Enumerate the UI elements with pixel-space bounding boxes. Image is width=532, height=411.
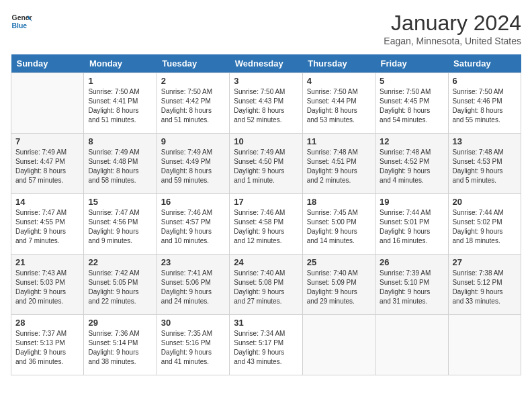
- day-cell: 9Sunrise: 7:49 AM Sunset: 4:49 PM Daylig…: [157, 134, 229, 194]
- day-cell: 27Sunrise: 7:38 AM Sunset: 5:12 PM Dayli…: [448, 255, 521, 315]
- day-number: 2: [161, 76, 225, 86]
- weekday-header-monday: Monday: [84, 54, 157, 73]
- day-info: Sunrise: 7:50 AM Sunset: 4:46 PM Dayligh…: [453, 87, 517, 125]
- day-cell: 10Sunrise: 7:49 AM Sunset: 4:50 PM Dayli…: [230, 134, 302, 194]
- day-cell: 14Sunrise: 7:47 AM Sunset: 4:55 PM Dayli…: [11, 194, 84, 255]
- day-cell: 28Sunrise: 7:37 AM Sunset: 5:13 PM Dayli…: [11, 315, 84, 375]
- day-cell: 3Sunrise: 7:50 AM Sunset: 4:43 PM Daylig…: [230, 73, 302, 134]
- day-cell: 15Sunrise: 7:47 AM Sunset: 4:56 PM Dayli…: [84, 194, 157, 255]
- day-info: Sunrise: 7:42 AM Sunset: 5:05 PM Dayligh…: [88, 269, 152, 306]
- day-cell: 4Sunrise: 7:50 AM Sunset: 4:44 PM Daylig…: [302, 73, 375, 134]
- day-cell: 30Sunrise: 7:35 AM Sunset: 5:16 PM Dayli…: [157, 315, 229, 375]
- day-info: Sunrise: 7:45 AM Sunset: 5:00 PM Dayligh…: [307, 208, 371, 246]
- day-info: Sunrise: 7:50 AM Sunset: 4:42 PM Dayligh…: [161, 87, 225, 125]
- day-cell: 25Sunrise: 7:40 AM Sunset: 5:09 PM Dayli…: [302, 255, 375, 315]
- day-cell: 2Sunrise: 7:50 AM Sunset: 4:42 PM Daylig…: [157, 73, 229, 134]
- day-info: Sunrise: 7:44 AM Sunset: 5:02 PM Dayligh…: [453, 208, 517, 246]
- day-info: Sunrise: 7:50 AM Sunset: 4:44 PM Dayligh…: [307, 87, 371, 125]
- day-number: 1: [88, 76, 152, 86]
- day-info: Sunrise: 7:46 AM Sunset: 4:57 PM Dayligh…: [161, 208, 225, 246]
- week-row-3: 14Sunrise: 7:47 AM Sunset: 4:55 PM Dayli…: [11, 194, 521, 255]
- day-number: 18: [307, 197, 371, 207]
- day-number: 6: [453, 76, 517, 86]
- day-info: Sunrise: 7:39 AM Sunset: 5:10 PM Dayligh…: [380, 269, 443, 306]
- weekday-header-row: SundayMondayTuesdayWednesdayThursdayFrid…: [11, 54, 521, 73]
- day-number: 26: [380, 257, 443, 267]
- day-cell: 24Sunrise: 7:40 AM Sunset: 5:08 PM Dayli…: [230, 255, 302, 315]
- header: General Blue January 2024 Eagan, Minneso…: [11, 11, 521, 46]
- day-info: Sunrise: 7:47 AM Sunset: 4:55 PM Dayligh…: [15, 208, 79, 246]
- day-info: Sunrise: 7:49 AM Sunset: 4:48 PM Dayligh…: [88, 148, 152, 185]
- day-number: 23: [161, 257, 225, 267]
- day-number: 14: [15, 197, 79, 207]
- day-info: Sunrise: 7:49 AM Sunset: 4:47 PM Dayligh…: [15, 148, 79, 185]
- day-info: Sunrise: 7:34 AM Sunset: 5:17 PM Dayligh…: [234, 329, 298, 367]
- day-number: 11: [307, 136, 371, 146]
- day-cell: 5Sunrise: 7:50 AM Sunset: 4:45 PM Daylig…: [375, 73, 448, 134]
- day-info: Sunrise: 7:48 AM Sunset: 4:51 PM Dayligh…: [307, 148, 371, 185]
- day-info: Sunrise: 7:35 AM Sunset: 5:16 PM Dayligh…: [161, 329, 225, 367]
- day-cell: 16Sunrise: 7:46 AM Sunset: 4:57 PM Dayli…: [157, 194, 229, 255]
- day-cell: 17Sunrise: 7:46 AM Sunset: 4:58 PM Dayli…: [230, 194, 302, 255]
- day-info: Sunrise: 7:37 AM Sunset: 5:13 PM Dayligh…: [15, 329, 79, 367]
- day-number: 9: [161, 136, 225, 146]
- day-info: Sunrise: 7:43 AM Sunset: 5:03 PM Dayligh…: [15, 269, 79, 306]
- day-cell: 12Sunrise: 7:48 AM Sunset: 4:52 PM Dayli…: [375, 134, 448, 194]
- day-number: 3: [234, 76, 298, 86]
- week-row-2: 7Sunrise: 7:49 AM Sunset: 4:47 PM Daylig…: [11, 134, 521, 194]
- day-cell: 21Sunrise: 7:43 AM Sunset: 5:03 PM Dayli…: [11, 255, 84, 315]
- day-number: 29: [88, 318, 152, 328]
- day-info: Sunrise: 7:41 AM Sunset: 5:06 PM Dayligh…: [161, 269, 225, 306]
- day-info: Sunrise: 7:50 AM Sunset: 4:45 PM Dayligh…: [380, 87, 443, 125]
- day-info: Sunrise: 7:40 AM Sunset: 5:09 PM Dayligh…: [307, 269, 371, 306]
- week-row-5: 28Sunrise: 7:37 AM Sunset: 5:13 PM Dayli…: [11, 315, 521, 375]
- day-cell: 7Sunrise: 7:49 AM Sunset: 4:47 PM Daylig…: [11, 134, 84, 194]
- day-info: Sunrise: 7:46 AM Sunset: 4:58 PM Dayligh…: [234, 208, 298, 246]
- day-info: Sunrise: 7:48 AM Sunset: 4:52 PM Dayligh…: [380, 148, 443, 185]
- day-number: 27: [453, 257, 517, 267]
- day-info: Sunrise: 7:47 AM Sunset: 4:56 PM Dayligh…: [88, 208, 152, 246]
- month-title: January 2024: [384, 11, 521, 36]
- day-number: 22: [88, 257, 152, 267]
- day-number: 28: [15, 318, 79, 328]
- day-cell: [11, 73, 84, 134]
- weekday-header-thursday: Thursday: [302, 54, 375, 73]
- day-number: 25: [307, 257, 371, 267]
- svg-text:Blue: Blue: [12, 22, 28, 30]
- day-cell: 22Sunrise: 7:42 AM Sunset: 5:05 PM Dayli…: [84, 255, 157, 315]
- day-info: Sunrise: 7:36 AM Sunset: 5:14 PM Dayligh…: [88, 329, 152, 367]
- day-cell: 11Sunrise: 7:48 AM Sunset: 4:51 PM Dayli…: [302, 134, 375, 194]
- logo-icon: General Blue: [11, 11, 32, 32]
- day-number: 7: [15, 136, 79, 146]
- day-number: 15: [88, 197, 152, 207]
- day-number: 17: [234, 197, 298, 207]
- day-number: 10: [234, 136, 298, 146]
- day-number: 12: [380, 136, 443, 146]
- day-info: Sunrise: 7:50 AM Sunset: 4:41 PM Dayligh…: [88, 87, 152, 125]
- day-cell: 6Sunrise: 7:50 AM Sunset: 4:46 PM Daylig…: [448, 73, 521, 134]
- day-number: 31: [234, 318, 298, 328]
- day-number: 24: [234, 257, 298, 267]
- location-title: Eagan, Minnesota, United States: [384, 36, 521, 46]
- title-area: January 2024 Eagan, Minnesota, United St…: [384, 11, 521, 46]
- day-info: Sunrise: 7:44 AM Sunset: 5:01 PM Dayligh…: [380, 208, 443, 246]
- weekday-header-sunday: Sunday: [11, 54, 84, 73]
- day-number: 4: [307, 76, 371, 86]
- day-cell: 23Sunrise: 7:41 AM Sunset: 5:06 PM Dayli…: [157, 255, 229, 315]
- day-cell: 20Sunrise: 7:44 AM Sunset: 5:02 PM Dayli…: [448, 194, 521, 255]
- day-number: 13: [453, 136, 517, 146]
- day-cell: [302, 315, 375, 375]
- day-cell: 19Sunrise: 7:44 AM Sunset: 5:01 PM Dayli…: [375, 194, 448, 255]
- weekday-header-wednesday: Wednesday: [230, 54, 302, 73]
- weekday-header-friday: Friday: [375, 54, 448, 73]
- logo: General Blue: [11, 11, 32, 32]
- weekday-header-saturday: Saturday: [448, 54, 521, 73]
- week-row-4: 21Sunrise: 7:43 AM Sunset: 5:03 PM Dayli…: [11, 255, 521, 315]
- week-row-1: 1Sunrise: 7:50 AM Sunset: 4:41 PM Daylig…: [11, 73, 521, 134]
- day-cell: 1Sunrise: 7:50 AM Sunset: 4:41 PM Daylig…: [84, 73, 157, 134]
- day-info: Sunrise: 7:48 AM Sunset: 4:53 PM Dayligh…: [453, 148, 517, 185]
- day-number: 20: [453, 197, 517, 207]
- day-number: 8: [88, 136, 152, 146]
- day-cell: 13Sunrise: 7:48 AM Sunset: 4:53 PM Dayli…: [448, 134, 521, 194]
- weekday-header-tuesday: Tuesday: [157, 54, 229, 73]
